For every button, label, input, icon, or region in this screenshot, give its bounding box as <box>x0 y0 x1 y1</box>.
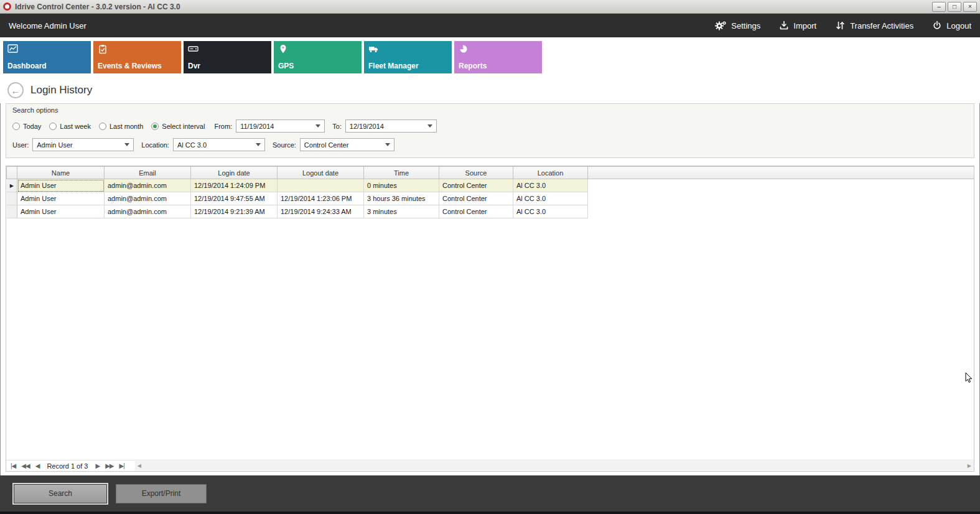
tile-reports-label: Reports <box>459 62 487 70</box>
grid-cell[interactable]: 12/19/2014 1:23:06 PM <box>278 192 364 205</box>
row-selector-header <box>7 167 17 179</box>
grid-cell[interactable]: Al CC 3.0 <box>513 179 588 192</box>
radio-last-week-circle <box>49 123 57 130</box>
dvr-icon <box>188 44 198 55</box>
tile-reports[interactable]: Reports <box>454 41 542 73</box>
last-record-button[interactable]: ▶| <box>119 462 124 469</box>
prev-record-button[interactable]: ◀ <box>35 462 40 469</box>
grid-cell[interactable]: 0 minutes <box>364 179 439 192</box>
chevron-down-icon <box>256 143 261 146</box>
grid-cell[interactable]: 12/19/2014 9:47:55 AM <box>191 192 278 205</box>
top-navbar: Welcome Admin User <box>0 14 980 37</box>
next-record-button[interactable]: ▶ <box>95 462 100 469</box>
location-combo[interactable]: Al CC 3.0 <box>173 138 265 151</box>
column-header-login-date[interactable]: Login date <box>191 167 278 179</box>
grid-header-row: Name Email Login date Logout date Time S… <box>7 167 974 179</box>
page-title: Login History <box>30 84 92 96</box>
radio-last-month-label: Last month <box>110 123 143 130</box>
radio-select-interval-circle <box>151 123 159 130</box>
grid-cell[interactable]: 3 hours 36 minutes <box>364 192 439 205</box>
first-record-button[interactable]: |◀ <box>11 462 16 469</box>
column-header-logout-date[interactable]: Logout date <box>278 167 364 179</box>
next-page-button[interactable]: ▶▶ <box>105 462 113 469</box>
radio-last-month[interactable]: Last month <box>99 123 143 130</box>
back-button[interactable]: ← <box>7 82 24 98</box>
grid-cell[interactable]: 12/19/2014 9:24:33 AM <box>278 205 364 218</box>
chevron-down-icon <box>124 143 129 146</box>
from-date-value: 11/19/2014 <box>240 123 310 130</box>
search-button[interactable]: Search <box>14 484 107 503</box>
minimize-button[interactable]: – <box>932 2 946 12</box>
settings-button[interactable]: Settings <box>714 21 760 31</box>
grid-cell[interactable]: admin@admin.com <box>105 192 191 205</box>
window-title: Idrive Control Center - 3.0.2 version - … <box>15 2 930 11</box>
tile-fleet-manager[interactable]: Fleet Manager <box>364 41 452 73</box>
grid-cell[interactable]: Admin User <box>17 179 105 192</box>
import-label: Import <box>793 21 816 30</box>
clipboard-icon <box>98 44 108 56</box>
maximize-button[interactable]: □ <box>948 2 961 12</box>
grid-cell[interactable] <box>278 179 364 192</box>
prev-page-button[interactable]: ◀◀ <box>21 462 29 469</box>
logout-label: Logout <box>946 21 971 30</box>
grid-cell[interactable]: admin@admin.com <box>105 205 191 218</box>
transfer-activities-button[interactable]: Transfer Activities <box>835 21 913 30</box>
grid-cell[interactable]: 12/19/2014 9:21:39 AM <box>191 205 278 218</box>
tile-gps[interactable]: GPS <box>274 41 362 73</box>
to-date-combo[interactable]: 12/19/2014 <box>345 119 437 133</box>
grid-cell[interactable]: Al CC 3.0 <box>513 192 588 205</box>
tile-events-reviews-label: Events & Reviews <box>98 62 162 70</box>
tile-gps-label: GPS <box>278 62 294 70</box>
radio-today-circle <box>12 123 20 130</box>
to-date-value: 12/19/2014 <box>350 123 422 130</box>
location-value: Al CC 3.0 <box>177 141 251 149</box>
close-button[interactable]: × <box>963 2 977 12</box>
import-button[interactable]: Import <box>779 21 816 30</box>
tile-dvr[interactable]: Dvr <box>184 41 271 73</box>
grid-cell[interactable]: admin@admin.com <box>105 179 191 192</box>
radio-last-month-circle <box>99 123 106 130</box>
interval-filter-row: Today Last week Last month Select interv… <box>12 119 968 133</box>
source-label: Source: <box>273 141 296 149</box>
column-header-email[interactable]: Email <box>105 167 191 179</box>
logout-button[interactable]: Logout <box>932 21 971 30</box>
radio-last-week[interactable]: Last week <box>49 123 91 130</box>
row-marker[interactable]: ▶ <box>7 179 17 192</box>
export-print-button[interactable]: Export/Print <box>116 484 207 503</box>
grid-cell[interactable]: 12/19/2014 1:24:09 PM <box>191 179 278 192</box>
scroll-left-icon[interactable]: ◀ <box>138 463 141 469</box>
from-date-combo[interactable]: 11/19/2014 <box>236 119 325 133</box>
grid-cell[interactable]: Admin User <box>17 192 105 205</box>
grid-cell[interactable]: Al CC 3.0 <box>513 205 588 218</box>
location-label: Location: <box>141 141 169 149</box>
grid-cell[interactable]: Admin User <box>17 205 105 218</box>
source-combo[interactable]: Control Center <box>300 138 394 151</box>
grid-cell[interactable]: 3 minutes <box>364 205 439 218</box>
user-combo[interactable]: Admin User <box>32 138 134 151</box>
pie-chart-icon <box>459 44 469 56</box>
column-header-filler <box>588 167 974 179</box>
column-header-location[interactable]: Location <box>513 167 588 179</box>
power-icon <box>932 21 942 30</box>
welcome-text: Welcome Admin User <box>9 21 86 30</box>
scroll-right-icon[interactable]: ▶ <box>968 463 971 469</box>
row-marker[interactable] <box>7 192 17 205</box>
tile-events-reviews[interactable]: Events & Reviews <box>93 41 181 73</box>
record-navigator: |◀ ◀◀ ◀ Record 1 of 3 ▶ ▶▶ ▶| ◀ ▶ <box>6 460 974 471</box>
to-label: To: <box>332 123 342 130</box>
horizontal-scrollbar[interactable]: ◀ ▶ <box>135 461 974 470</box>
column-header-time[interactable]: Time <box>364 167 439 179</box>
grid-cell[interactable]: Control Center <box>439 205 513 218</box>
search-options-panel: Search options Today Last week Last mont… <box>6 103 974 158</box>
column-header-name[interactable]: Name <box>17 167 105 179</box>
grid-cell[interactable]: Control Center <box>439 179 513 192</box>
grid-empty-area <box>6 218 974 460</box>
column-header-source[interactable]: Source <box>439 167 513 179</box>
radio-select-interval[interactable]: Select interval <box>151 123 205 130</box>
from-label: From: <box>214 123 232 130</box>
app-logo-icon <box>3 2 11 11</box>
grid-cell[interactable]: Control Center <box>439 192 513 205</box>
radio-today[interactable]: Today <box>12 123 41 130</box>
row-marker[interactable] <box>7 205 17 218</box>
tile-dashboard[interactable]: Dashboard <box>3 41 91 73</box>
